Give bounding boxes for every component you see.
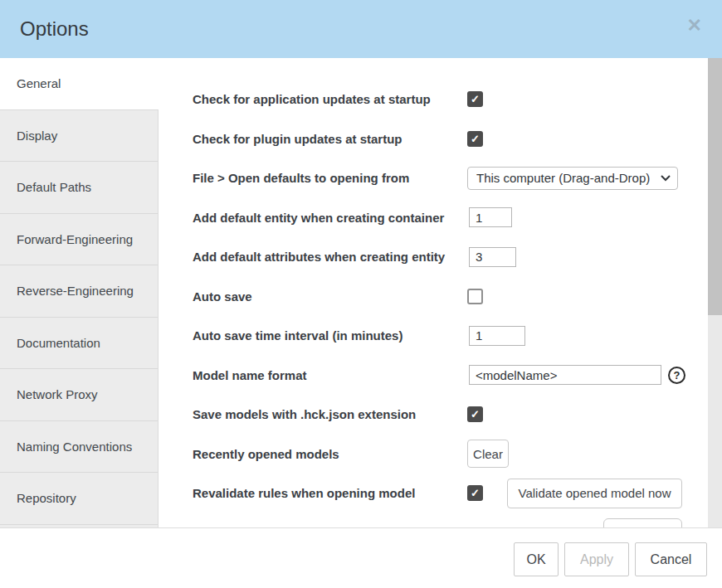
validate-model-now-button[interactable]: Validate opened model now: [507, 479, 682, 508]
chevron-down-icon: [661, 175, 671, 182]
sidebar-item-label: Documentation: [17, 336, 100, 350]
sidebar-item-label: Repository: [17, 491, 76, 505]
check-icon: ✓: [471, 487, 480, 499]
hck-json-extension-checkbox[interactable]: ✓: [467, 406, 483, 422]
plugin-updates-checkbox[interactable]: ✓: [467, 131, 483, 147]
check-icon: ✓: [471, 133, 480, 145]
setting-label: Check for application updates at startup: [193, 92, 467, 106]
check-icon: ✓: [471, 93, 480, 105]
sidebar-item-label: General: [17, 76, 61, 90]
sidebar-item-label: Default Paths: [17, 180, 91, 194]
setting-label: Add default entity when creating contain…: [193, 211, 467, 225]
setting-label: Save models with .hck.json extension: [193, 407, 467, 421]
close-icon[interactable]: ✕: [687, 17, 702, 35]
sidebar-item-general[interactable]: General: [0, 58, 159, 110]
auto-save-interval-input[interactable]: [469, 326, 525, 346]
setting-label: Revalidate rules when opening model: [193, 486, 467, 500]
default-entity-input[interactable]: [469, 207, 512, 227]
check-icon: ✓: [471, 408, 480, 420]
model-name-format-input[interactable]: [469, 365, 661, 385]
select-value: This computer (Drag-and-Drop): [476, 171, 661, 185]
sidebar-item-display[interactable]: Display: [0, 110, 158, 163]
help-icon[interactable]: ?: [668, 367, 685, 384]
setting-row: Save models with .hck.json extension ✓: [193, 395, 708, 435]
setting-label: Auto save: [193, 289, 467, 304]
sidebar-item-label: Forward-Engineering: [17, 232, 133, 246]
dialog-header: Options ✕: [0, 0, 722, 58]
sidebar-item-label: Reverse-Engineering: [17, 284, 134, 298]
sidebar: General Display Default Paths Forward-En…: [0, 58, 159, 527]
sidebar-item-label: Naming Conventions: [17, 440, 132, 454]
scrollbar-track[interactable]: [708, 58, 722, 527]
setting-row: Add default entity when creating contain…: [193, 198, 708, 238]
setting-row: Check for plugin updates at startup ✓: [193, 119, 708, 159]
open-defaults-select[interactable]: This computer (Drag-and-Drop): [467, 167, 678, 190]
help-glyph: ?: [674, 369, 681, 381]
sidebar-item-default-paths[interactable]: Default Paths: [0, 162, 158, 214]
sidebar-item-label: Network Proxy: [17, 387, 98, 401]
sidebar-item-label: Display: [17, 129, 57, 143]
setting-row: Add default attributes when creating ent…: [193, 237, 708, 277]
setting-row: Check for application updates at startup…: [193, 80, 708, 119]
setting-row: Auto save time interval (in minutes): [193, 316, 708, 356]
cancel-button[interactable]: Cancel: [635, 542, 707, 576]
setting-label: Add default attributes when creating ent…: [193, 250, 467, 264]
apply-button[interactable]: Apply: [564, 542, 629, 576]
setting-label: Model name format: [193, 368, 467, 382]
setting-row: File > Open defaults to opening from Thi…: [193, 158, 708, 198]
sidebar-item-reverse-engineering[interactable]: Reverse-Engineering: [0, 265, 158, 318]
sidebar-item-forward-engineering[interactable]: Forward-Engineering: [0, 214, 158, 266]
scrollbar-thumb[interactable]: [708, 58, 722, 315]
app-updates-checkbox[interactable]: ✓: [467, 91, 483, 107]
setting-label: Check for plugin updates at startup: [193, 132, 467, 146]
dialog-title: Options: [20, 17, 89, 41]
options-dialog: Options ✕ General Display Default Paths …: [0, 0, 722, 588]
setting-label: File > Open defaults to opening from: [193, 171, 467, 185]
revalidate-rules-checkbox[interactable]: ✓: [467, 485, 483, 501]
dialog-footer: OK Apply Cancel: [0, 527, 722, 588]
auto-save-checkbox[interactable]: [467, 289, 483, 304]
sidebar-item-network-proxy[interactable]: Network Proxy: [0, 369, 158, 421]
settings-panel: Check for application updates at startup…: [159, 58, 708, 527]
sidebar-item-repository[interactable]: Repository: [0, 473, 158, 525]
footer-buttons: OK Apply Cancel: [514, 542, 707, 576]
setting-row: Revalidate rules when opening model ✓ Va…: [193, 474, 708, 513]
sidebar-item-naming-conventions[interactable]: Naming Conventions: [0, 421, 158, 474]
ok-button[interactable]: OK: [514, 542, 559, 576]
default-attributes-input[interactable]: [469, 247, 516, 267]
cut-off-button[interactable]: [603, 518, 682, 527]
setting-row: Model name format ?: [193, 356, 708, 396]
setting-label: Recently opened models: [193, 447, 467, 461]
setting-row: Recently opened models Clear: [193, 435, 708, 474]
clear-recent-models-button[interactable]: Clear: [467, 440, 509, 468]
setting-row: Auto save: [193, 277, 708, 317]
setting-label: Auto save time interval (in minutes): [193, 328, 467, 343]
sidebar-item-documentation[interactable]: Documentation: [0, 318, 158, 370]
